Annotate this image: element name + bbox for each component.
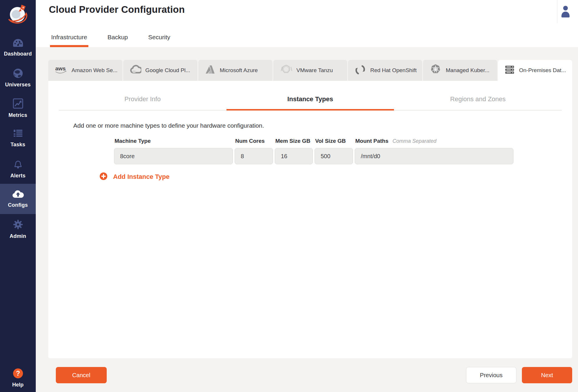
machine-type-label: Machine Type <box>115 138 233 144</box>
vol-size-input[interactable] <box>315 148 353 164</box>
sidebar-item-admin[interactable]: Admin <box>0 214 36 244</box>
sidebar-item-alerts[interactable]: Alerts <box>0 154 36 184</box>
planet-rocket-logo-icon <box>6 2 30 28</box>
provider-tab-label: Managed Kuber... <box>446 67 489 74</box>
subtab-provider-info[interactable]: Provider Info <box>59 81 226 111</box>
config-subtabs: Provider Info Instance Types Regions and… <box>59 81 562 111</box>
svg-text:aws: aws <box>55 65 66 72</box>
provider-tab-gcp[interactable]: Google Cloud Pl... <box>123 60 197 81</box>
alerts-bell-icon <box>13 158 24 171</box>
sidebar-item-label: Dashboard <box>4 51 32 57</box>
vol-size-group: Vol Size GB <box>315 138 353 164</box>
user-profile-button[interactable] <box>559 5 572 17</box>
sidebar-item-configs[interactable]: Configs <box>0 184 36 214</box>
configs-cloud-upload-icon <box>12 190 24 200</box>
mem-size-group: Mem Size GB <box>275 138 313 164</box>
tasks-list-icon <box>13 129 24 140</box>
universe-globe-icon <box>13 68 23 80</box>
provider-tab-label: VMware Tanzu <box>297 67 333 74</box>
cancel-button[interactable]: Cancel <box>56 367 107 383</box>
microsoft-azure-logo-icon <box>205 64 216 76</box>
mem-size-input[interactable] <box>275 148 313 164</box>
provider-tab-aws[interactable]: aws Amazon Web Se... <box>48 60 122 81</box>
provider-tab-label: Microsoft Azure <box>220 67 258 74</box>
on-premises-server-icon <box>504 65 515 76</box>
sidebar-item-label: Metrics <box>8 112 27 118</box>
vol-size-label: Vol Size GB <box>315 138 353 144</box>
subtab-regions-zones[interactable]: Regions and Zones <box>394 81 562 111</box>
provider-tab-openshift[interactable]: Red Hat OpenShift <box>348 60 422 81</box>
plus-circle-icon <box>99 172 108 181</box>
provider-tab-label: On-Premises Dat... <box>519 67 566 74</box>
provider-tabs: aws Amazon Web Se... Google Cloud Pl... <box>48 60 572 81</box>
add-instance-type-button[interactable]: Add Instance Type <box>99 172 170 181</box>
sidebar-item-label: Configs <box>8 202 28 208</box>
metrics-chart-icon <box>13 98 24 110</box>
page-title: Cloud Provider Configuration <box>49 0 578 15</box>
sidebar-item-label: Admin <box>10 233 26 239</box>
provider-tab-azure[interactable]: Microsoft Azure <box>198 60 272 81</box>
red-hat-openshift-logo-icon <box>354 64 366 77</box>
provider-tab-label: Amazon Web Se... <box>72 67 117 74</box>
provider-tab-kubernetes[interactable]: Managed Kuber... <box>423 60 497 81</box>
mount-paths-group: Mount PathsComma Separated <box>355 138 513 164</box>
page-header: Cloud Provider Configuration Infrastruct… <box>36 0 578 47</box>
num-cores-group: Num Cores <box>235 138 273 164</box>
subtab-instance-types[interactable]: Instance Types <box>226 81 394 111</box>
user-person-icon <box>559 13 572 18</box>
machine-type-input[interactable] <box>114 148 233 164</box>
previous-button[interactable]: Previous <box>466 367 516 383</box>
mem-size-label: Mem Size GB <box>275 138 313 144</box>
help-icon: ? <box>13 368 24 380</box>
tab-backup[interactable]: Backup <box>106 34 129 47</box>
sidebar: Dashboard Universes Metrics <box>0 0 36 392</box>
add-instance-type-label: Add Instance Type <box>113 173 170 181</box>
content-area: aws Amazon Web Se... Google Cloud Pl... <box>36 47 578 392</box>
sidebar-item-metrics[interactable]: Metrics <box>0 93 36 123</box>
sidebar-item-label: Universes <box>5 82 31 88</box>
mount-paths-hint: Comma Separated <box>393 138 436 144</box>
sidebar-item-label: Tasks <box>10 142 25 148</box>
main-area: Cloud Provider Configuration Infrastruct… <box>36 0 578 392</box>
top-tabs: Infrastructure Backup Security <box>50 34 190 47</box>
provider-tab-label: Google Cloud Pl... <box>145 67 190 74</box>
provider-tab-vmware-tanzu[interactable]: VMware Tanzu <box>273 60 347 81</box>
admin-gear-icon <box>13 219 24 231</box>
sidebar-item-help[interactable]: ? Help <box>0 365 36 392</box>
instance-types-instruction: Add one or more machine types to define … <box>73 122 572 129</box>
provider-config-panel: Provider Info Instance Types Regions and… <box>48 81 572 358</box>
sidebar-item-dashboard[interactable]: Dashboard <box>0 33 36 63</box>
next-button[interactable]: Next <box>522 367 572 383</box>
sidebar-item-tasks[interactable]: Tasks <box>0 123 36 154</box>
mount-paths-label: Mount PathsComma Separated <box>355 138 513 144</box>
app-logo[interactable] <box>0 0 36 33</box>
tab-infrastructure[interactable]: Infrastructure <box>50 34 88 47</box>
sidebar-item-label: Help <box>12 382 24 388</box>
num-cores-input[interactable] <box>235 148 273 164</box>
header-divider <box>557 0 557 23</box>
mount-paths-input[interactable] <box>355 148 513 164</box>
provider-tab-onprem[interactable]: On-Premises Dat... <box>498 60 572 81</box>
svg-text:?: ? <box>16 370 20 377</box>
sidebar-item-label: Alerts <box>10 173 25 179</box>
vmware-tanzu-logo-icon <box>280 64 292 77</box>
tab-security[interactable]: Security <box>147 34 172 47</box>
provider-tab-label: Red Hat OpenShift <box>370 67 416 74</box>
dashboard-gauge-icon <box>12 38 24 49</box>
footer-actions: Cancel Previous Next <box>48 358 572 392</box>
google-cloud-logo-icon <box>130 64 141 77</box>
instance-type-row: Machine Type Num Cores Mem Size GB Vol S… <box>114 138 572 164</box>
sidebar-item-universes[interactable]: Universes <box>0 63 36 93</box>
managed-kubernetes-logo-icon <box>429 64 442 77</box>
aws-logo-icon: aws <box>55 65 67 76</box>
num-cores-label: Num Cores <box>235 138 273 144</box>
machine-type-group: Machine Type <box>114 138 233 164</box>
